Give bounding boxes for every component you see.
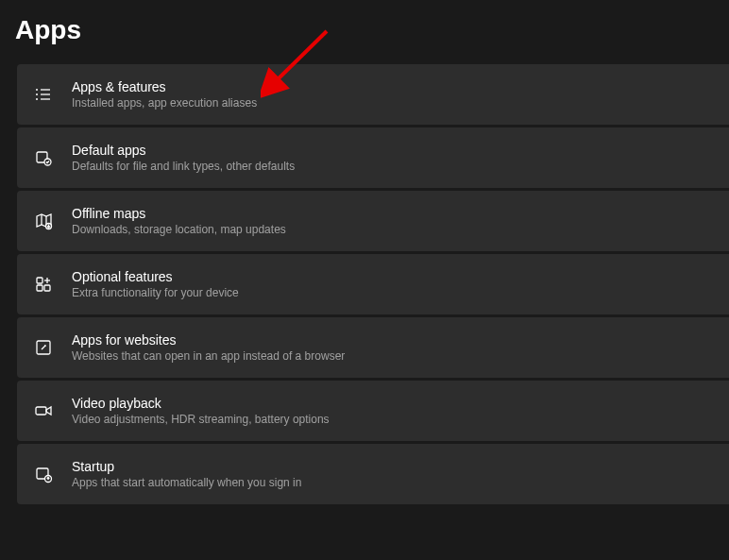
item-title: Apps & features [72, 79, 257, 94]
item-title: Video playback [72, 396, 330, 411]
svg-rect-13 [44, 285, 50, 291]
item-title: Apps for websites [72, 332, 345, 348]
item-description: Installed apps, app execution aliases [72, 96, 257, 110]
apps-websites-icon [34, 338, 53, 357]
item-text: Optional features Extra functionality fo… [72, 269, 239, 299]
settings-item-video-playback[interactable]: Video playback Video adjustments, HDR st… [17, 381, 729, 441]
settings-item-offline-maps[interactable]: Offline maps Downloads, storage location… [17, 191, 729, 251]
apps-features-icon [34, 85, 53, 104]
item-text: Apps & features Installed apps, app exec… [72, 79, 257, 110]
settings-item-startup[interactable]: Startup Apps that start automatically wh… [17, 444, 729, 504]
settings-item-optional-features[interactable]: Optional features Extra functionality fo… [17, 254, 729, 314]
item-description: Defaults for file and link types, other … [72, 160, 295, 173]
settings-item-apps-features[interactable]: Apps & features Installed apps, app exec… [17, 64, 729, 125]
svg-rect-17 [36, 407, 46, 415]
video-playback-icon [34, 401, 53, 420]
item-title: Offline maps [72, 206, 286, 221]
item-title: Startup [72, 459, 301, 474]
item-description: Extra functionality for your device [72, 286, 239, 299]
settings-item-default-apps[interactable]: Default apps Defaults for file and link … [17, 127, 729, 188]
item-title: Optional features [72, 269, 239, 284]
item-description: Websites that can open in an app instead… [72, 349, 345, 363]
settings-list: Apps & features Installed apps, app exec… [0, 64, 729, 504]
item-text: Apps for websites Websites that can open… [72, 332, 345, 363]
item-description: Downloads, storage location, map updates [72, 223, 286, 236]
offline-maps-icon [34, 212, 53, 230]
item-text: Startup Apps that start automatically wh… [72, 459, 301, 489]
optional-features-icon [34, 275, 53, 294]
startup-icon [34, 465, 53, 484]
item-text: Default apps Defaults for file and link … [72, 143, 295, 173]
item-text: Video playback Video adjustments, HDR st… [72, 396, 330, 426]
page-title: Apps [0, 0, 729, 64]
item-description: Apps that start automatically when you s… [72, 476, 301, 489]
settings-item-apps-websites[interactable]: Apps for websites Websites that can open… [17, 317, 729, 378]
default-apps-icon [34, 148, 53, 167]
svg-rect-12 [37, 285, 42, 291]
item-description: Video adjustments, HDR streaming, batter… [72, 413, 330, 426]
item-text: Offline maps Downloads, storage location… [72, 206, 286, 236]
svg-rect-11 [37, 278, 42, 283]
item-title: Default apps [72, 143, 295, 158]
